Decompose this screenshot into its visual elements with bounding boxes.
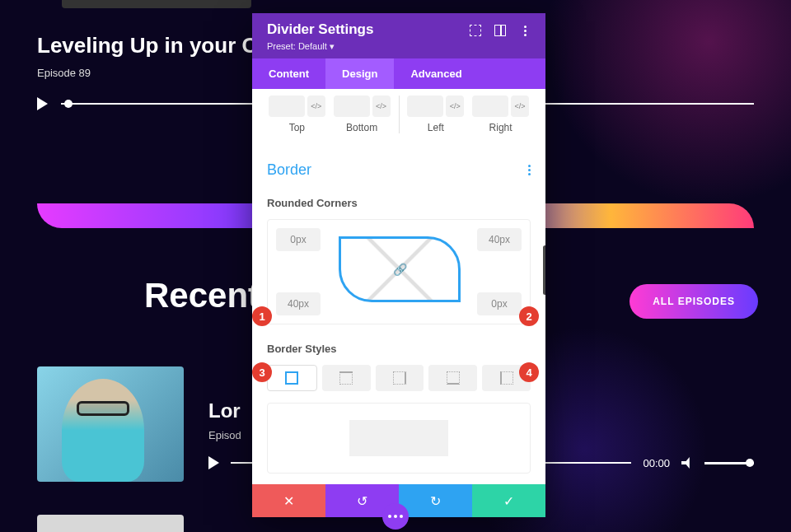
responsive-icon[interactable] (494, 25, 506, 36)
margin-left-label: Left (428, 122, 444, 133)
border-style-bottom[interactable] (428, 365, 477, 391)
expand-icon[interactable] (470, 25, 481, 36)
rounded-corners-label: Rounded Corners (267, 197, 531, 209)
modal-tabs: Content Design Advanced (252, 58, 545, 89)
corner-top-right-input[interactable]: 40px (477, 228, 522, 251)
margin-top-label: Top (289, 122, 305, 133)
modal-title: Divider Settings (267, 21, 373, 38)
margin-left-input[interactable] (407, 96, 443, 117)
section-more-icon[interactable] (528, 165, 531, 175)
modal-header: Divider Settings Preset: Default ▾ (252, 13, 545, 58)
redo-button[interactable]: ↻ (399, 484, 472, 517)
border-style-all[interactable] (267, 365, 317, 391)
margin-bottom-input[interactable] (334, 96, 370, 117)
progress-handle[interactable] (64, 100, 73, 108)
corner-bottom-left-input[interactable]: 40px (276, 292, 321, 315)
border-section: Border Rounded Corners 0px 40px 40px 0px… (267, 161, 531, 474)
annotation-badge-1: 1 (252, 306, 272, 326)
code-icon[interactable]: </> (511, 96, 529, 117)
volume-handle[interactable] (746, 459, 754, 467)
tab-content[interactable]: Content (252, 58, 325, 89)
save-button[interactable]: ✓ (472, 484, 545, 517)
annotation-badge-2: 2 (519, 306, 539, 326)
tab-advanced[interactable]: Advanced (394, 58, 478, 89)
annotation-badge-3: 3 (252, 362, 272, 382)
margin-controls: </> Top </> Bottom </> Left (267, 89, 531, 137)
volume-icon[interactable] (681, 457, 693, 469)
corner-preview: 🔗 (339, 236, 461, 302)
margin-right-label: Right (489, 122, 513, 133)
episode-thumbnail[interactable] (37, 366, 184, 482)
border-section-title[interactable]: Border (267, 161, 311, 179)
volume-slider[interactable] (704, 462, 754, 464)
border-styles-label: Border Styles (267, 343, 531, 355)
preset-dropdown[interactable]: Preset: Default ▾ (267, 41, 373, 52)
corner-top-left-input[interactable]: 0px (276, 228, 321, 251)
annotation-badge-4: 4 (519, 362, 539, 382)
all-episodes-button[interactable]: ALL EPISODES (630, 284, 758, 319)
code-icon[interactable]: </> (307, 96, 325, 117)
border-style-right[interactable] (376, 365, 424, 391)
code-icon[interactable]: </> (372, 96, 391, 117)
margin-right-input[interactable] (472, 96, 508, 117)
tab-design[interactable]: Design (325, 58, 394, 89)
link-corners-icon[interactable]: 🔗 (393, 263, 407, 276)
cancel-button[interactable]: ✕ (252, 484, 325, 517)
recent-heading: Recent (144, 276, 260, 315)
scrollbar[interactable] (543, 245, 545, 295)
divider-settings-modal: Divider Settings Preset: Default ▾ Conte… (252, 13, 545, 517)
corner-bottom-right-input[interactable]: 0px (477, 292, 522, 315)
time-display: 00:00 (643, 457, 670, 469)
border-style-picker (267, 365, 531, 391)
modal-body: </> Top </> Bottom </> Left (252, 89, 545, 484)
rounded-corners-editor: 0px 40px 40px 0px 🔗 (267, 219, 531, 324)
margin-bottom-label: Bottom (346, 122, 377, 133)
play-icon[interactable] (37, 97, 48, 110)
modal-fab-toggle[interactable] (382, 503, 409, 530)
margin-top-input[interactable] (269, 96, 305, 117)
episode-thumbnail[interactable] (37, 515, 184, 532)
code-icon[interactable]: </> (446, 96, 464, 117)
hero-thumbnail (62, 0, 251, 8)
border-preview (267, 403, 531, 474)
more-icon[interactable] (519, 25, 531, 36)
border-style-top[interactable] (322, 365, 371, 391)
play-icon[interactable] (208, 456, 219, 469)
